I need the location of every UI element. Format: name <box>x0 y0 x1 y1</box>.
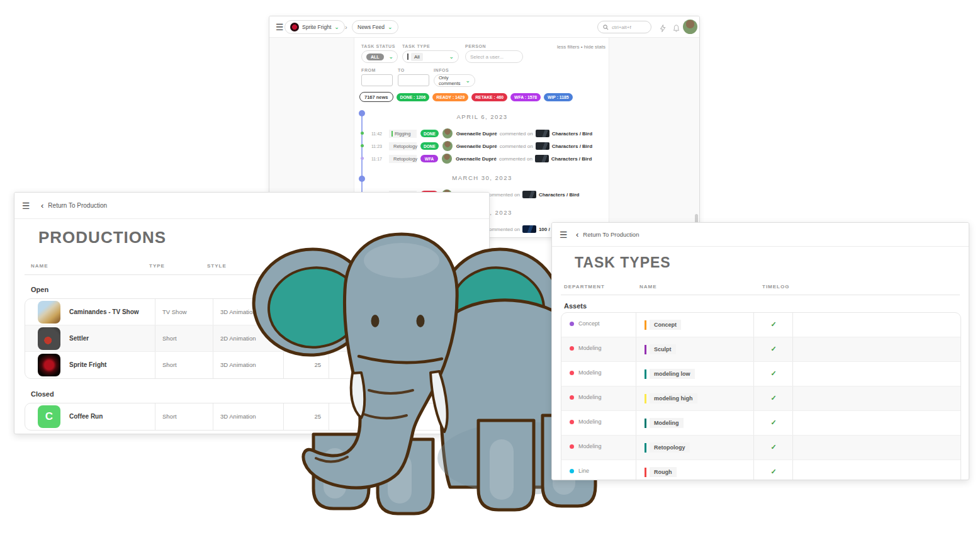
user-avatar[interactable] <box>683 20 697 34</box>
task-type-value: All <box>411 53 423 61</box>
table-row[interactable]: Modeling modeling low ✓ <box>561 362 960 386</box>
task-types-topbar: ☰ ‹ Return To Production <box>552 223 969 247</box>
table-row[interactable]: Line Rough ✓ <box>561 460 960 480</box>
entity-thumbnail <box>536 130 549 137</box>
task-type-filter[interactable]: All ⌄ <box>402 50 459 63</box>
table-row[interactable]: Modeling Modeling ✓ <box>561 411 960 436</box>
person-name[interactable]: Gwenaelle Dupré <box>456 131 497 137</box>
search-input[interactable]: ctrl+alt+f <box>597 21 651 33</box>
timeline-node-icon <box>361 157 364 160</box>
back-link[interactable]: ‹ Return To Production <box>576 231 639 238</box>
menu-icon[interactable]: ☰ <box>22 201 30 211</box>
entity-link[interactable]: Characters / Bird <box>552 144 592 149</box>
open-group-label: Open <box>31 286 48 293</box>
department-cell: Modeling <box>570 394 602 400</box>
column-header-name: NAME <box>31 263 48 269</box>
department-dot-icon <box>570 444 574 449</box>
production-logo <box>290 23 299 31</box>
timeline-date: MARCH 30, 2023 <box>354 174 610 181</box>
table-row[interactable]: Modeling Sculpt ✓ <box>561 337 960 362</box>
back-icon: ‹ <box>41 203 43 209</box>
person-name[interactable]: Gwenaelle Dupré <box>456 156 497 162</box>
person-label: PERSON <box>465 44 486 48</box>
news-stats-panel <box>609 38 699 237</box>
filters-toggle-links[interactable]: less filters • hide stats <box>546 44 605 50</box>
task-status-filter[interactable]: ALL ⌄ <box>361 50 398 63</box>
entry-text: Gwenaelle Duprécommented onCharacters / … <box>456 155 592 162</box>
task-status-value: ALL <box>366 54 384 60</box>
task-type-name-cell: modeling low <box>645 369 695 379</box>
task-type-name-cell: modeling high <box>645 393 697 403</box>
chevron-down-icon: ⌄ <box>389 54 394 59</box>
entity-thumbnail <box>535 155 549 162</box>
column-header-timelog: TIMELOG <box>762 284 789 290</box>
chevron-down-icon: ⌄ <box>334 25 339 30</box>
infos-filter[interactable]: Only comments ⌄ <box>434 74 475 87</box>
table-row[interactable]: Modeling modeling high ✓ <box>561 386 960 411</box>
entity-link[interactable]: Characters / Bird <box>552 131 592 137</box>
column-header-type: TYPE <box>149 263 165 269</box>
news-count-badge: 7167 news <box>359 92 393 102</box>
production-name: Sprite Fright <box>302 24 331 30</box>
entry-time: 11:17 <box>371 157 385 161</box>
production-selector[interactable]: Sprite Fright ⌄ <box>284 20 345 34</box>
flash-icon[interactable] <box>660 23 666 35</box>
page-selector[interactable]: News Feed ⌄ <box>352 20 398 34</box>
menu-icon[interactable]: ☰ <box>560 230 568 240</box>
menu-icon[interactable]: ☰ <box>276 22 284 32</box>
timelog-check-icon: ✓ <box>764 468 783 476</box>
timeline-node-icon <box>361 132 364 135</box>
production-style: 3D Animation <box>220 361 256 368</box>
entity-link[interactable]: Characters / Bird <box>551 156 592 162</box>
ready-badge: READY : 1429 <box>432 93 468 101</box>
to-date-input[interactable] <box>398 74 429 86</box>
timeline-node-icon <box>361 144 364 147</box>
task-type-name-cell: Rough <box>645 467 677 477</box>
task-type-color-bar <box>407 54 408 60</box>
timelog-check-icon: ✓ <box>764 320 783 329</box>
production-style: 3D Animation <box>220 413 256 420</box>
table-row[interactable]: Modeling Retopology ✓ <box>561 436 960 460</box>
table-row[interactable]: Concept Concept ✓ <box>561 313 960 337</box>
timelog-check-icon: ✓ <box>764 443 783 451</box>
done-badge: DONE : 1206 <box>397 93 430 101</box>
department-cell: Modeling <box>570 369 602 376</box>
column-header-department: DEPARTMENT <box>564 284 605 290</box>
avatar <box>442 141 453 151</box>
breadcrumb-separator-icon: › <box>345 23 347 31</box>
avatar <box>442 128 453 138</box>
news-stat-badges: 7167 news DONE : 1206 READY : 1429 RETAK… <box>359 92 573 102</box>
department-dot-icon <box>570 395 574 400</box>
person-placeholder: Select a user... <box>470 54 504 60</box>
department-dot-icon <box>570 469 574 473</box>
department-dot-icon <box>570 322 574 326</box>
task-type-name-cell: Sculpt <box>645 344 676 354</box>
production-type: Short <box>162 413 177 420</box>
search-placeholder: ctrl+alt+f <box>612 25 631 30</box>
chevron-down-icon: ⌄ <box>388 25 393 30</box>
department-dot-icon <box>570 346 574 351</box>
department-cell: Modeling <box>570 443 602 449</box>
back-icon: ‹ <box>576 232 578 238</box>
person-name[interactable]: Gwenaelle Dupré <box>456 144 497 149</box>
news-entry[interactable]: 11:17 Retopology WFA Gwenaelle Duprécomm… <box>371 154 592 164</box>
back-link[interactable]: ‹ Return To Production <box>41 202 107 209</box>
from-date-input[interactable] <box>361 74 393 86</box>
closed-group-label: Closed <box>31 390 54 398</box>
news-entry[interactable]: 11:23 Retopology DONE Gwenaelle Duprécom… <box>371 141 592 151</box>
task-type-name-cell: Modeling <box>645 418 684 428</box>
person-filter-input[interactable]: Select a user... <box>465 50 523 63</box>
wfa-badge: WFA : 1578 <box>510 93 541 101</box>
to-label: TO <box>398 68 405 72</box>
task-type-chip: Rigging <box>389 130 417 138</box>
chevron-down-icon: ⌄ <box>466 78 471 83</box>
header-divider <box>561 295 960 295</box>
entity-link[interactable]: Characters / Bird <box>539 192 579 198</box>
production-thumbnail <box>38 354 60 376</box>
infos-value: Only comments <box>439 75 461 86</box>
news-entry[interactable]: 11:42 Rigging DONE Gwenaelle Duprécommen… <box>371 128 592 138</box>
bell-icon[interactable] <box>673 23 680 35</box>
elephant-tusk <box>351 373 365 418</box>
production-thumbnail: C <box>38 405 60 428</box>
status-pill: WFA <box>420 155 438 162</box>
